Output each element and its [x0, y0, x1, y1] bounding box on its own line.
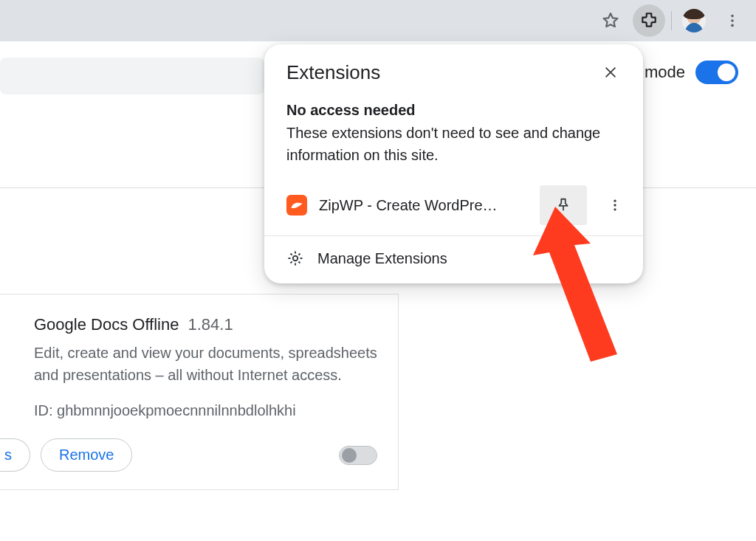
extension-card-version: 1.84.1 — [188, 315, 233, 334]
close-button[interactable] — [597, 59, 624, 86]
svg-point-6 — [293, 256, 298, 261]
close-icon — [602, 64, 619, 80]
star-icon — [601, 11, 620, 30]
svg-point-1 — [731, 19, 734, 22]
browser-toolbar — [0, 0, 756, 41]
gear-icon — [286, 249, 304, 267]
pin-extension-button[interactable] — [540, 185, 587, 225]
extension-card: Google Docs Offline 1.84.1 Edit, create … — [0, 294, 399, 490]
extensions-button[interactable] — [633, 4, 665, 37]
manage-extensions-label: Manage Extensions — [317, 250, 447, 267]
chrome-menu-button[interactable] — [716, 4, 749, 37]
details-button[interactable]: s — [0, 438, 30, 472]
popup-section: No access needed These extensions don't … — [264, 90, 643, 166]
toolbar-right — [594, 4, 749, 37]
svg-point-3 — [614, 200, 616, 202]
svg-point-4 — [614, 204, 616, 206]
vertical-dots-icon — [608, 198, 622, 213]
popup-title: Extensions — [286, 61, 380, 84]
extension-more-button[interactable] — [599, 187, 631, 223]
vertical-dots-icon — [724, 13, 740, 29]
remove-button[interactable]: Remove — [41, 438, 132, 472]
search-input[interactable] — [0, 58, 264, 94]
extensions-popup: Extensions No access needed These extens… — [264, 44, 643, 283]
manage-extensions-row[interactable]: Manage Extensions — [264, 235, 643, 283]
svg-point-2 — [731, 24, 734, 27]
section-title: No access needed — [286, 102, 621, 119]
popup-header: Extensions — [264, 44, 643, 90]
extension-name: ZipWP - Create WordPre… — [319, 197, 528, 214]
extension-card-description: Edit, create and view your documents, sp… — [34, 342, 377, 386]
card-actions: s Remove — [34, 438, 377, 472]
profile-avatar-button[interactable] — [678, 4, 710, 37]
svg-point-0 — [731, 15, 734, 18]
svg-point-5 — [614, 208, 616, 210]
extension-enabled-toggle[interactable] — [339, 446, 377, 465]
section-description: These extensions don't need to see and c… — [286, 122, 621, 166]
avatar-icon — [682, 9, 706, 32]
extension-app-icon — [286, 195, 307, 216]
toolbar-separator — [671, 11, 672, 30]
extension-row[interactable]: ZipWP - Create WordPre… — [264, 178, 643, 235]
pin-icon — [555, 196, 571, 214]
puzzle-icon — [639, 11, 659, 30]
zipwp-icon — [290, 200, 303, 210]
bookmark-star-button[interactable] — [594, 4, 627, 37]
extension-card-title: Google Docs Offline — [34, 315, 179, 334]
extension-id: ID: ghbmnnjooekpmoecnnnilnnbdlolhkhi — [34, 402, 377, 419]
developer-mode-toggle[interactable] — [695, 61, 738, 84]
developer-mode-area: r mode — [635, 61, 738, 84]
